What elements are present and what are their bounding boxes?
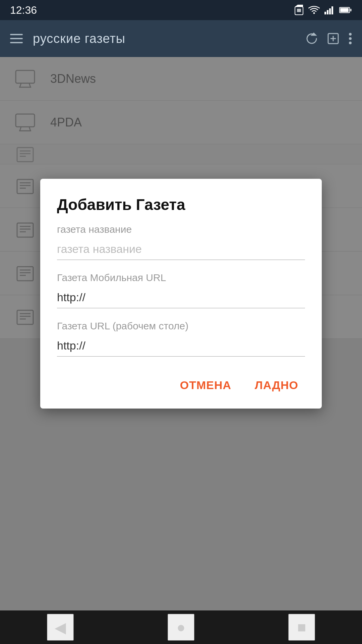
signal-icon — [324, 6, 335, 14]
add-newspaper-dialog: Добавить Газета газета название Газета М… — [40, 179, 322, 409]
svg-rect-12 — [10, 38, 23, 39]
desktop-url-label: Газета URL (рабочем столе) — [57, 320, 305, 332]
svg-rect-13 — [10, 42, 23, 43]
svg-rect-9 — [340, 8, 349, 12]
recent-button[interactable]: ■ — [288, 614, 315, 641]
dialog-overlay: Добавить Газета газета название Газета М… — [0, 57, 362, 610]
svg-rect-5 — [327, 10, 328, 14]
svg-marker-2 — [295, 5, 303, 7]
status-icons — [294, 5, 352, 15]
menu-icon[interactable] — [10, 34, 23, 43]
desktop-url-input[interactable] — [57, 336, 305, 357]
back-button[interactable]: ◀ — [47, 614, 74, 641]
cancel-button[interactable]: ОТМЕНА — [173, 375, 238, 395]
bottom-nav: ◀ ● ■ — [0, 610, 362, 644]
svg-point-19 — [349, 37, 352, 40]
status-bar: 12:36 — [0, 0, 362, 20]
sim-card-icon — [294, 5, 304, 15]
svg-point-3 — [313, 12, 315, 14]
home-button[interactable]: ● — [168, 614, 194, 641]
toolbar: русские газеты — [0, 20, 362, 57]
wifi-icon — [308, 6, 320, 14]
main-content: 3DNews 4PDA Добавить Газета — [0, 57, 362, 610]
svg-rect-11 — [10, 34, 23, 35]
mobile-url-input[interactable] — [57, 288, 305, 308]
toolbar-actions — [306, 33, 352, 45]
svg-rect-7 — [331, 6, 333, 14]
add-icon[interactable] — [327, 33, 339, 45]
svg-rect-1 — [297, 9, 301, 12]
ok-button[interactable]: ЛАДНО — [248, 375, 305, 395]
refresh-icon[interactable] — [306, 33, 318, 45]
toolbar-title: русские газеты — [33, 32, 306, 46]
dialog-buttons: ОТМЕНА ЛАДНО — [57, 375, 305, 395]
name-field-label: газета название — [57, 224, 305, 235]
svg-rect-6 — [329, 8, 331, 14]
svg-rect-10 — [350, 9, 352, 11]
dialog-title: Добавить Газета — [57, 196, 305, 214]
svg-rect-4 — [324, 12, 326, 14]
svg-point-20 — [349, 42, 352, 44]
battery-icon — [339, 6, 352, 14]
more-icon[interactable] — [349, 33, 352, 45]
status-time: 12:36 — [10, 4, 37, 16]
name-input[interactable] — [57, 240, 305, 260]
svg-point-18 — [349, 33, 352, 36]
mobile-url-label: Газета Мобильная URL — [57, 272, 305, 283]
